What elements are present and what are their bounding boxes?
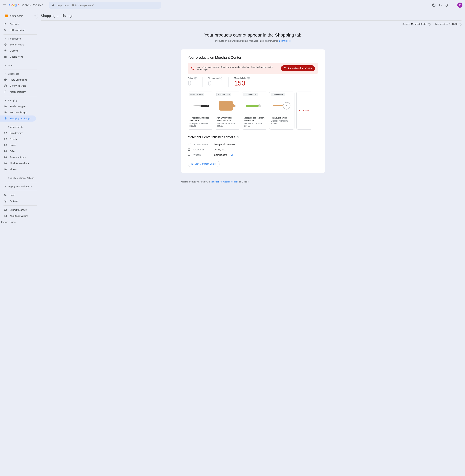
help-icon[interactable]: ?	[247, 77, 250, 80]
group-experience[interactable]: Experience	[0, 71, 41, 77]
group-performance[interactable]: Performance	[0, 36, 41, 42]
help-icon[interactable]: ?	[428, 23, 431, 26]
help-icon[interactable]: ?	[221, 77, 223, 80]
nav-about[interactable]: About new version	[0, 213, 41, 219]
layers-icon	[4, 111, 7, 114]
nav-logos[interactable]: Logos	[0, 142, 41, 148]
people-icon[interactable]	[438, 3, 442, 7]
menu-button[interactable]	[2, 3, 6, 7]
chevron-down-icon	[4, 72, 7, 75]
svg-point-10	[452, 6, 452, 6]
open-external-icon[interactable]	[231, 153, 233, 156]
status-badge: DISAPPROVED	[189, 93, 204, 96]
calendar-icon	[188, 148, 191, 151]
info-icon	[4, 214, 7, 218]
svg-marker-24	[191, 105, 201, 107]
property-domain: example.com	[10, 15, 23, 17]
nav-settings[interactable]: Settings	[0, 198, 41, 204]
nav-core-web-vitals[interactable]: Core Web Vitals	[0, 83, 41, 89]
link-terms[interactable]: Terms	[10, 221, 15, 223]
svg-point-5	[453, 4, 453, 4]
nav-videos[interactable]: Videos	[0, 166, 41, 172]
svg-point-6	[454, 4, 454, 4]
product-card[interactable]: DISAPPROVED Ash & Oac Cutting board, 30*…	[215, 91, 240, 130]
avatar[interactable]: E	[457, 2, 463, 8]
hero-subtitle: Products on the Shopping tab are managed…	[41, 40, 465, 42]
group-enhancements[interactable]: Enhancements	[0, 124, 41, 130]
nav-page-experience[interactable]: Page Experience	[0, 77, 41, 83]
svg-point-17	[4, 194, 5, 194]
detail-account: Account name Example Kitchenware	[188, 142, 318, 147]
chevron-right-icon	[4, 185, 7, 188]
help-icon[interactable]: ?	[459, 23, 462, 26]
product-card[interactable]: DISAPPROVED Tomato knife, stainless stea…	[188, 91, 213, 130]
svg-point-26	[207, 105, 208, 106]
group-index[interactable]: Index	[0, 62, 41, 68]
svg-point-9	[454, 5, 454, 5]
product-image	[189, 96, 211, 115]
url-search[interactable]	[49, 2, 161, 9]
layers-icon	[4, 150, 7, 153]
nav-qa[interactable]: Q&A	[0, 148, 41, 154]
svg-point-32	[286, 105, 287, 106]
notifications-icon[interactable]	[445, 3, 448, 7]
group-shopping[interactable]: Shopping	[0, 98, 41, 103]
layers-icon	[4, 143, 7, 147]
search-icon	[4, 29, 7, 32]
svg-point-28	[235, 105, 236, 107]
nav-links[interactable]: Links	[0, 192, 41, 198]
status-badge: DISAPPROVED	[243, 93, 258, 96]
layers-icon	[4, 156, 7, 159]
nav-mobile-usability[interactable]: Mobile Usability	[0, 89, 41, 95]
nav-breadcrumbs[interactable]: Breadcrumbs	[0, 130, 41, 136]
search-input[interactable]	[56, 4, 158, 7]
svg-rect-13	[4, 56, 6, 58]
stat-disapproved: Disapproved? 0	[208, 77, 229, 87]
more-products[interactable]: +1.5K more	[296, 91, 312, 130]
nav-merchant-listings[interactable]: Merchant listings	[0, 110, 41, 115]
nav-product-snippets[interactable]: Product snippets	[0, 103, 41, 110]
link-icon	[4, 193, 7, 197]
nav-events[interactable]: Events	[0, 136, 41, 142]
product-card[interactable]: DISAPPROVED Pizza cutter, Wood Example K…	[269, 91, 295, 130]
google-logo: Google Search Console	[9, 3, 43, 7]
chevron-down-icon	[4, 99, 7, 102]
help-icon[interactable]	[432, 3, 436, 7]
group-security[interactable]: Security & Manual Actions	[0, 175, 41, 181]
property-selector[interactable]: example.com ▾	[2, 13, 38, 19]
learn-more-link[interactable]: Learn more	[279, 40, 291, 42]
search-icon	[52, 3, 55, 7]
expired-alert: Your offers have expired. Reupload your …	[188, 63, 318, 74]
nav-google-news[interactable]: Google News	[0, 54, 41, 60]
nav-url-inspection[interactable]: URL inspection	[0, 27, 41, 33]
nav-search-results[interactable]: Search results	[0, 42, 41, 48]
status-badge: DISAPPROVED	[216, 93, 231, 96]
product-card[interactable]: DISAPPROVED Vegetable peeler, green, sta…	[242, 91, 267, 130]
help-icon[interactable]: ?	[236, 136, 239, 138]
hero-title: Your products cannot appear in the Shopp…	[41, 32, 465, 38]
nav-feedback[interactable]: Submit feedback	[0, 207, 41, 213]
visit-merchant-center-button[interactable]: Visit Merchant Center	[188, 161, 220, 167]
layers-icon	[4, 162, 7, 165]
app-name: Search Console	[21, 3, 43, 7]
troubleshoot-link[interactable]: troubleshoot missing products	[211, 181, 239, 183]
business-details-title: Merchant Center business details ?	[188, 135, 318, 139]
link-privacy[interactable]: Privacy	[1, 221, 8, 223]
nav-shopping-tab-listings[interactable]: Shopping tab listings	[0, 115, 36, 122]
nav-review-snippets[interactable]: Review snippets	[0, 154, 41, 160]
svg-point-11	[453, 6, 453, 6]
status-badge: DISAPPROVED	[271, 93, 285, 96]
layers-icon	[4, 168, 7, 171]
add-merchant-center-button[interactable]: Add on Merchant Center	[281, 65, 315, 71]
nav-sitelinks-searchbox[interactable]: Sitelinks searchbox	[0, 160, 41, 166]
speedometer-icon	[4, 84, 7, 87]
svg-rect-29	[246, 105, 259, 107]
detail-website: Website example.com	[188, 152, 318, 158]
svg-point-18	[6, 195, 6, 195]
layers-icon	[4, 105, 7, 108]
group-legacy[interactable]: Legacy tools and reports	[0, 184, 41, 189]
help-icon[interactable]: ?	[194, 77, 197, 80]
apps-icon[interactable]	[451, 3, 454, 7]
nav-overview[interactable]: Overview	[0, 21, 41, 27]
nav-discover[interactable]: Discover	[0, 48, 41, 54]
